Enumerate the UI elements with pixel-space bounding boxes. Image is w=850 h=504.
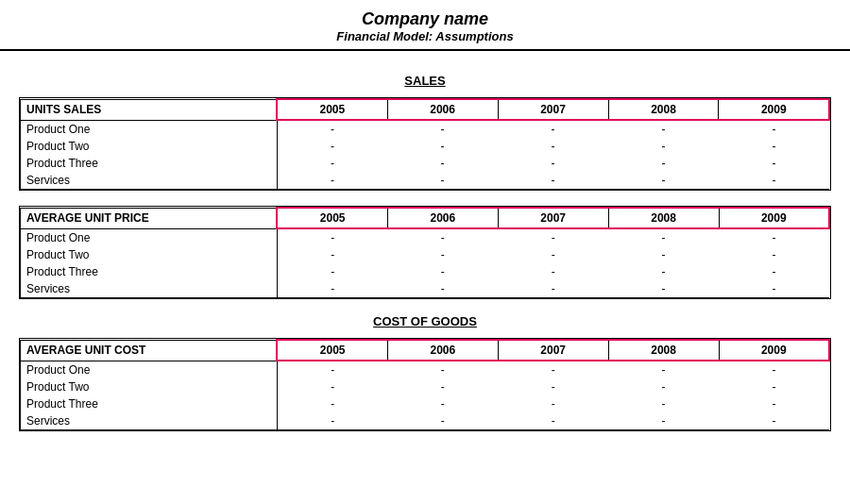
table-row: Services----- [21,172,830,190]
row-value: - [719,412,829,430]
row-value: - [719,138,829,155]
row-value: - [608,228,719,246]
row-value: - [608,395,719,412]
row-value: - [387,155,498,172]
row-value: - [387,395,498,412]
row-value: - [719,378,829,395]
row-value: - [387,361,498,378]
row-value: - [498,246,608,263]
row-value: - [387,412,498,430]
row-label: Product Three [21,395,278,412]
row-value: - [608,263,719,280]
row-value: - [719,280,829,298]
row-value: - [719,172,829,190]
row-value: - [498,172,608,190]
row-value: - [719,228,829,246]
row-value: - [387,246,498,263]
table-header-label: AVERAGE UNIT COST [21,340,278,361]
section-title-cost-of-goods: COST OF GOODS [19,314,831,328]
year-header-2005: 2005 [277,340,387,361]
year-header-2008: 2008 [608,208,719,228]
table-row: Product One----- [21,120,830,138]
row-value: - [277,378,387,395]
table-row: Product Three----- [21,155,830,172]
year-header-2006: 2006 [387,340,498,361]
row-value: - [608,361,719,378]
row-label: Product One [21,361,278,378]
row-value: - [608,378,719,395]
row-value: - [277,228,387,246]
row-value: - [277,172,387,190]
row-value: - [608,172,719,190]
row-value: - [277,155,387,172]
row-value: - [277,280,387,298]
row-value: - [277,263,387,280]
row-value: - [277,246,387,263]
table-row: Product Three----- [21,395,830,412]
row-value: - [719,120,829,138]
row-value: - [277,120,387,138]
year-header-2007: 2007 [498,208,608,228]
row-value: - [277,361,387,378]
page-header: Company name Financial Model: Assumption… [0,0,850,51]
row-value: - [719,361,829,378]
year-header-2009: 2009 [719,340,829,361]
row-value: - [387,280,498,298]
row-label: Product Two [21,138,278,155]
table-row: Product Two----- [21,246,830,263]
row-value: - [498,395,608,412]
row-label: Product Two [21,378,278,395]
main-content: SALESUNITS SALES20052006200720082009Prod… [0,51,850,456]
row-value: - [277,412,387,430]
row-value: - [719,395,829,412]
row-value: - [387,138,498,155]
row-value: - [498,280,608,298]
row-value: - [719,263,829,280]
row-label: Services [21,172,278,190]
row-value: - [498,412,608,430]
row-value: - [608,120,719,138]
year-header-2005: 2005 [277,99,387,120]
row-value: - [719,155,829,172]
row-value: - [719,246,829,263]
year-header-2009: 2009 [719,208,829,228]
document-subtitle: Financial Model: Assumptions [0,29,850,43]
table-row: Services----- [21,280,830,298]
row-value: - [608,138,719,155]
year-header-2007: 2007 [498,340,608,361]
row-value: - [387,172,498,190]
row-label: Product One [21,228,278,246]
table-row: Product Two----- [21,138,830,155]
row-value: - [277,138,387,155]
row-value: - [608,280,719,298]
year-header-2007: 2007 [498,99,608,120]
year-header-2009: 2009 [719,99,829,120]
row-value: - [387,228,498,246]
row-value: - [498,378,608,395]
row-value: - [608,246,719,263]
row-label: Product Three [21,155,278,172]
row-label: Product One [21,120,278,138]
row-value: - [608,155,719,172]
row-label: Product Three [21,263,278,280]
row-label: Product Two [21,246,278,263]
row-label: Services [21,412,278,430]
row-value: - [387,263,498,280]
row-value: - [498,228,608,246]
row-value: - [498,263,608,280]
year-header-2005: 2005 [277,208,387,228]
table-avg-unit-cost: AVERAGE UNIT COST20052006200720082009Pro… [19,338,831,431]
table-row: Product One----- [21,361,830,378]
table-avg-unit-price: AVERAGE UNIT PRICE20052006200720082009Pr… [19,206,831,299]
table-header-label: UNITS SALES [21,99,278,120]
row-value: - [498,155,608,172]
row-value: - [608,412,719,430]
table-row: Services----- [21,412,830,430]
row-label: Services [21,280,278,298]
row-value: - [498,138,608,155]
company-name: Company name [0,9,850,29]
table-row: Product Two----- [21,378,830,395]
row-value: - [387,120,498,138]
year-header-2006: 2006 [387,208,498,228]
table-header-label: AVERAGE UNIT PRICE [21,208,278,228]
